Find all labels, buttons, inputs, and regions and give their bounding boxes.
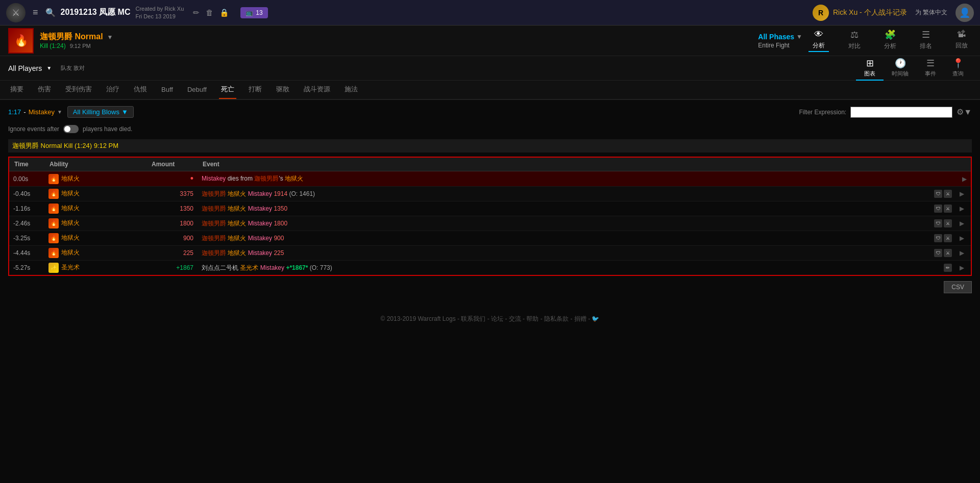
row-action-icon[interactable]: ✏ [944, 264, 952, 272]
tab-death[interactable]: 死亡 [219, 81, 236, 99]
event-ability: 地狱火 [228, 235, 246, 242]
row-expand-arrow[interactable]: ▶ [957, 205, 967, 212]
edit-icon[interactable]: ✏ [193, 8, 200, 17]
row-action-icon[interactable]: 🛡 [934, 249, 942, 257]
table-row: -2.46s🔥地狱火1800迦顿男爵 地狱火 Mistakey 1800🛡⚔▶ [9, 216, 971, 231]
event-healer: 刘点点二号机 [202, 264, 238, 271]
tab-resource[interactable]: 战斗资源 [302, 81, 332, 99]
killing-blows-button[interactable]: All Killing Blows ▼ [67, 106, 134, 118]
time-value[interactable]: 1:17 [8, 108, 21, 116]
row-icons: 🛡⚔▶ [934, 205, 967, 213]
boss-header: 🔥 迦顿男爵 Normal ▼ Kill (1:24) 9:12 PM All … [0, 26, 980, 56]
phase-label[interactable]: All Phases [758, 33, 794, 41]
tab-debuff[interactable]: Debuff [185, 82, 209, 98]
cell-ability: 🔥地狱火 [44, 201, 146, 216]
players-dropdown[interactable]: All Players ▼ 队友 敌对 [8, 64, 856, 72]
cell-ability: 🔥地狱火 [44, 187, 146, 201]
twitch-badge[interactable]: 📺 13 [240, 7, 267, 18]
replay-icon: 📽 [957, 29, 966, 40]
row-action-icon[interactable]: ⚔ [944, 249, 952, 257]
cell-time: -4.44s [9, 246, 44, 261]
sec-nav-query[interactable]: 📍 查询 [944, 56, 972, 81]
ignore-row: Ignore events after players have died. [8, 125, 972, 133]
cell-ability: ✨圣光术 [44, 261, 146, 276]
cell-ability: 🔥地狱火 [44, 171, 146, 187]
row-action-icon[interactable]: ⚔ [944, 205, 952, 213]
cell-amount: +1867 [146, 261, 198, 276]
delete-icon[interactable]: 🗑 [206, 8, 213, 17]
event-ability: 地狱火 [228, 190, 246, 197]
row-action-icon[interactable]: 🛡 [934, 219, 942, 227]
table-header-row: Time Ability Amount Event [9, 157, 971, 171]
events-icon: ☰ [926, 58, 935, 69]
hamburger-menu[interactable]: ≡ [31, 5, 40, 20]
row-expand-arrow[interactable]: ▶ [962, 175, 967, 183]
boss-image: 🔥 [8, 28, 34, 54]
tab-damage[interactable]: 伤害 [36, 81, 53, 99]
boss-nav-compare[interactable]: ⚖ 对比 [844, 29, 865, 52]
cell-event: 迦顿男爵 地狱火 Mistakey 1914 (O: 1461) [198, 187, 930, 201]
sec-nav-timeline[interactable]: 🕐 时间轴 [884, 56, 917, 81]
ability-name: 地狱火 [61, 234, 80, 241]
tab-interrupt[interactable]: 打断 [247, 81, 264, 99]
sec-nav-chart[interactable]: ⊞ 图表 [856, 56, 884, 81]
event-extra: (O: 1461) [289, 190, 315, 197]
boss-nav-analyze2[interactable]: 🧩 分析 [880, 29, 900, 52]
ignore-toggle[interactable] [63, 125, 79, 133]
cell-row-actions: 🛡⚔▶ [930, 216, 971, 231]
cell-time: -5.27s [9, 261, 44, 276]
row-expand-arrow[interactable]: ▶ [957, 249, 967, 257]
tab-heal[interactable]: 治疗 [104, 81, 121, 99]
cell-row-actions: ▶ [930, 171, 971, 187]
settings-gear-icon[interactable]: ⚙▼ [957, 107, 972, 117]
tab-summary[interactable]: 摘要 [8, 81, 26, 99]
table-row: -5.27s✨圣光术+1867刘点点二号机 圣光术 Mistakey +*186… [9, 261, 971, 276]
row-icons: 🛡⚔▶ [934, 219, 967, 227]
csv-button[interactable]: CSV [944, 281, 972, 293]
footer-link-exchange[interactable]: 交流 [509, 315, 521, 322]
tab-dispel[interactable]: 驱散 [274, 81, 291, 99]
time-selector: 1:17 - Mistakey ▼ [8, 108, 62, 116]
created-by: Created by Rick Xu [135, 5, 184, 12]
row-action-icon[interactable]: 🛡 [934, 205, 942, 213]
row-action-icon[interactable]: 🛡 [934, 190, 942, 198]
boss-nav-replay[interactable]: 📽 回放 [951, 29, 972, 52]
row-action-icon[interactable]: ⚔ [944, 219, 952, 227]
footer-link-forum[interactable]: 论坛 [491, 315, 503, 322]
footer-link-contact[interactable]: 联系我们 [461, 315, 485, 322]
col-event: Event [198, 157, 930, 171]
footer-link-donate[interactable]: 捐赠 [574, 315, 586, 322]
cell-amount: 3375 [146, 187, 198, 201]
boss-kill-time: 9:12 PM [70, 43, 91, 49]
player-filter-name[interactable]: Mistakey [29, 108, 55, 116]
avatar[interactable]: 👤 [955, 4, 974, 22]
tab-hatred[interactable]: 仇恨 [132, 81, 149, 99]
row-expand-arrow[interactable]: ▶ [957, 190, 967, 197]
filter-expression-input[interactable] [850, 107, 952, 118]
footer-link-help[interactable]: 帮助 [526, 315, 538, 322]
col-ability: Ability [44, 157, 146, 171]
row-action-icon[interactable]: ⚔ [944, 234, 952, 242]
table-row: -1.16s🔥地狱火1350迦顿男爵 地狱火 Mistakey 1350🛡⚔▶ [9, 201, 971, 216]
cell-amount: 1350 [146, 201, 198, 216]
lock-icon[interactable]: 🔒 [219, 8, 229, 17]
cell-event: 迦顿男爵 地狱火 Mistakey 1800 [198, 216, 930, 231]
cell-ability: 🔥地狱火 [44, 246, 146, 261]
row-action-icon[interactable]: ⚔ [944, 190, 952, 198]
boss-nav-rank[interactable]: ☰ 排名 [916, 29, 936, 52]
death-table: Time Ability Amount Event 0.00s🔥地狱火•Mist… [8, 157, 972, 276]
language-label[interactable]: 为 繁体中文 [915, 8, 947, 17]
footer-link-privacy[interactable]: 隐私条款 [544, 315, 569, 322]
filter-row: 1:17 - Mistakey ▼ All Killing Blows ▼ Fi… [8, 106, 972, 118]
row-expand-arrow[interactable]: ▶ [957, 220, 967, 227]
tab-spell[interactable]: 施法 [342, 81, 360, 99]
sec-nav-events[interactable]: ☰ 事件 [917, 56, 944, 81]
search-icon[interactable]: 🔍 [45, 8, 56, 17]
row-expand-arrow[interactable]: ▶ [957, 235, 967, 242]
tab-received[interactable]: 受到伤害 [63, 81, 94, 99]
boss-nav-analyze1[interactable]: 👁 分析 [808, 29, 829, 52]
tab-buff[interactable]: Buff [159, 82, 175, 98]
row-expand-arrow[interactable]: ▶ [957, 264, 967, 271]
cell-row-actions: 🛡⚔▶ [930, 246, 971, 261]
row-action-icon[interactable]: 🛡 [934, 234, 942, 242]
